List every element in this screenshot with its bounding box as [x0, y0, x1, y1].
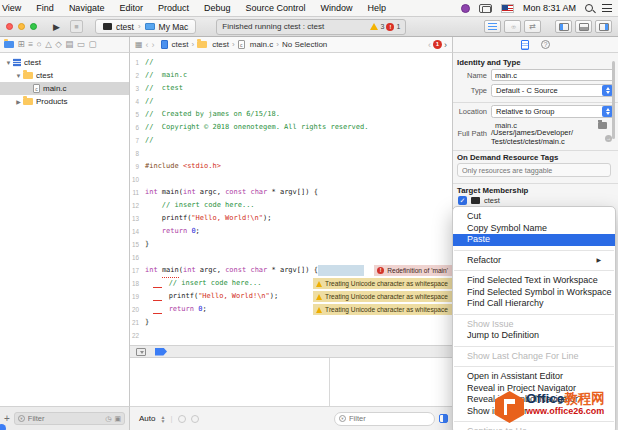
- menu-editor[interactable]: Editor: [119, 3, 143, 13]
- menubar-clock[interactable]: Mon 8:31 AM: [523, 3, 576, 13]
- code-line-14[interactable]: 14 return 0;: [130, 225, 452, 238]
- menu-item-open-in-assistant-editor[interactable]: Open in Assistant Editor: [453, 371, 615, 383]
- code-line-11[interactable]: 11int main(int argc, const char * argv[]…: [130, 186, 452, 199]
- warning-banner[interactable]: Treating Unicode character as whitespace: [313, 304, 452, 315]
- navigator-filter-field[interactable]: ▾ ◷ ▣: [14, 412, 125, 425]
- console-filter-field[interactable]: ▾: [334, 412, 435, 426]
- memory-browser-icon[interactable]: [178, 415, 186, 423]
- menu-window[interactable]: Window: [321, 3, 353, 13]
- menu-product[interactable]: Product: [158, 3, 189, 13]
- name-input[interactable]: [495, 71, 611, 80]
- test-navigator-icon[interactable]: ◇: [55, 40, 62, 49]
- sidebar-item-ctest[interactable]: ▼ctest: [0, 56, 129, 69]
- line-number[interactable]: 13: [130, 212, 145, 225]
- menu-item-refactor[interactable]: Refactor▶: [453, 255, 615, 267]
- displays-icon[interactable]: [479, 4, 492, 13]
- line-number[interactable]: 16: [130, 251, 145, 264]
- info-icon[interactable]: [191, 415, 199, 423]
- inspector-scrollbar[interactable]: [612, 61, 615, 139]
- variables-scope-selector[interactable]: Auto: [139, 414, 155, 423]
- line-number[interactable]: 10: [130, 173, 145, 186]
- code-line-20[interactable]: 20 return 0;Treating Unicode character a…: [130, 303, 452, 316]
- menu-item-copy-symbol-name[interactable]: Copy Symbol Name: [453, 223, 615, 235]
- console-filter-input[interactable]: [349, 414, 409, 423]
- menu-item-find-call-hierarchy[interactable]: Find Call Hierarchy: [453, 298, 615, 310]
- file-inspector-icon[interactable]: [521, 40, 529, 50]
- notification-center-icon[interactable]: [602, 4, 612, 12]
- code-line-22[interactable]: 22: [130, 329, 452, 342]
- error-banner[interactable]: !Redefinition of 'main': [374, 265, 452, 276]
- menu-item-jump-to-definition[interactable]: Jump to Definition: [453, 330, 615, 342]
- code-line-17[interactable]: 17int main(int argc, const char * argv[]…: [130, 264, 452, 277]
- line-number[interactable]: 4: [130, 95, 145, 108]
- toggle-debug-area-button[interactable]: [575, 20, 592, 33]
- menu-item-find-selected-text-in-workspace[interactable]: Find Selected Text in Workspace: [453, 275, 615, 287]
- line-number[interactable]: 9: [130, 160, 145, 173]
- code-line-10[interactable]: 10: [130, 173, 452, 186]
- disclosure-open-icon[interactable]: ▼: [14, 73, 23, 79]
- warning-count[interactable]: 3: [380, 23, 384, 30]
- code-line-2[interactable]: 2// main.c: [130, 69, 452, 82]
- code-line-12[interactable]: 12 // insert code here...: [130, 199, 452, 212]
- code-line-3[interactable]: 3// ctest: [130, 82, 452, 95]
- menu-debug[interactable]: Debug: [204, 3, 231, 13]
- recent-files-icon[interactable]: ◷: [105, 415, 111, 423]
- menu-item-cut[interactable]: Cut: [453, 211, 615, 223]
- line-number[interactable]: 3: [130, 82, 145, 95]
- code-line-4[interactable]: 4//: [130, 95, 452, 108]
- choose-location-folder-icon[interactable]: [598, 122, 607, 129]
- minimize-window-button[interactable]: [18, 23, 25, 30]
- menu-find[interactable]: Find: [36, 3, 54, 13]
- code-line-6[interactable]: 6// Copyright © 2018 onenotegem. All rig…: [130, 121, 452, 134]
- line-number[interactable]: 5: [130, 108, 145, 121]
- version-editor-button[interactable]: ⇄: [524, 20, 541, 33]
- odr-tags-field[interactable]: [457, 163, 611, 177]
- warning-icon[interactable]: [370, 23, 378, 30]
- location-dropdown[interactable]: Relative to Group: [491, 105, 615, 118]
- console-panel-toggle-icon[interactable]: [439, 414, 448, 423]
- debug-navigator-icon[interactable]: ▤: [65, 40, 73, 49]
- add-file-button[interactable]: +: [4, 413, 10, 424]
- line-number[interactable]: 11: [130, 186, 145, 199]
- issue-navigator-icon[interactable]: △: [45, 40, 52, 49]
- open-path-arrow-icon[interactable]: →: [605, 135, 612, 142]
- menu-help[interactable]: Help: [368, 3, 387, 13]
- menu-item-paste[interactable]: Paste: [453, 234, 615, 246]
- source-control-navigator-icon[interactable]: ⊞: [18, 40, 25, 49]
- related-items-icon[interactable]: ▦: [135, 40, 143, 49]
- quick-help-inspector-icon[interactable]: ?: [541, 40, 550, 49]
- code-line-5[interactable]: 5// Created by james on 6/15/18.: [130, 108, 452, 121]
- assistant-editor-button[interactable]: ○○: [504, 20, 521, 33]
- navigator-filter-input[interactable]: [28, 414, 68, 423]
- code-line-1[interactable]: 1//: [130, 56, 452, 69]
- spotlight-search-icon[interactable]: [585, 4, 593, 12]
- menu-view[interactable]: View: [2, 3, 21, 13]
- name-field[interactable]: [491, 69, 615, 81]
- target-checkbox[interactable]: ✓: [458, 196, 467, 205]
- code-line-13[interactable]: 13 printf("Hello, World!\n");: [130, 212, 452, 225]
- stop-button[interactable]: ■: [70, 20, 83, 33]
- back-button[interactable]: ‹: [146, 40, 149, 50]
- next-issue-button[interactable]: ›: [444, 40, 447, 50]
- find-navigator-icon[interactable]: ○: [37, 40, 42, 49]
- code-line-19[interactable]: 19 printf("Hello, World!\n");Treating Un…: [130, 290, 452, 303]
- code-line-21[interactable]: 21}: [130, 316, 452, 329]
- sidebar-item-main-c[interactable]: cmain.c: [0, 82, 129, 95]
- line-number[interactable]: 8: [130, 147, 145, 160]
- code-line-16[interactable]: 16: [130, 251, 452, 264]
- sidebar-item-ctest[interactable]: ▼ctest: [0, 69, 129, 82]
- report-navigator-icon[interactable]: ▢: [88, 40, 96, 49]
- line-number[interactable]: 1: [130, 56, 145, 69]
- line-number[interactable]: 17: [130, 264, 145, 277]
- menu-item-find-selected-symbol-in-workspace[interactable]: Find Selected Symbol in Workspace: [453, 287, 615, 299]
- code-line-18[interactable]: 18 // insert code here...Treating Unicod…: [130, 277, 452, 290]
- error-count[interactable]: 1: [396, 23, 400, 30]
- code-line-9[interactable]: 9#include <stdio.h>: [130, 160, 452, 173]
- line-number[interactable]: 12: [130, 199, 145, 212]
- line-number[interactable]: 15: [130, 238, 145, 251]
- disclosure-open-icon[interactable]: ▼: [4, 60, 13, 66]
- code-line-15[interactable]: 15}: [130, 238, 452, 251]
- line-number[interactable]: 19: [130, 290, 145, 303]
- forward-button[interactable]: ›: [152, 40, 155, 50]
- breadcrumb-item-main-c[interactable]: cmain.c: [238, 40, 274, 49]
